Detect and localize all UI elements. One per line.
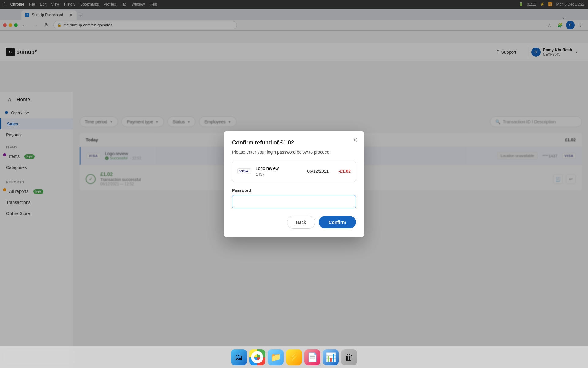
dock-keynote[interactable]: 📊 [323, 349, 339, 365]
modal-card-id: 1437 [256, 172, 279, 177]
modal-card-date: 06/12/2021 [307, 169, 329, 174]
modal-card-title: Logo review [256, 166, 279, 171]
modal-card-preview: VISA Logo review 1437 06/12/2021 -£1.02 [232, 161, 356, 182]
modal-overlay[interactable]: ✕ Confirm refund of £1.02 Please enter y… [0, 0, 588, 368]
dock-pages[interactable]: 📄 [304, 349, 320, 365]
dock-thunder[interactable]: ⚡ [286, 349, 302, 365]
password-label: Password [232, 188, 356, 193]
confirm-button[interactable]: Confirm [319, 216, 356, 228]
modal-title: Confirm refund of £1.02 [232, 140, 356, 146]
dock-chrome[interactable] [249, 349, 265, 365]
modal-card-brand: VISA [237, 168, 251, 174]
dock-finder[interactable]: 🗂 [231, 349, 247, 365]
modal-card-info: Logo review 1437 [256, 166, 279, 177]
back-button[interactable]: Back [287, 216, 315, 229]
modal-actions: Back Confirm [232, 216, 356, 229]
dock-folder[interactable]: 📁 [268, 349, 284, 365]
modal-card-amount: -£1.02 [338, 169, 351, 174]
dock: 🗂 📁 ⚡ 📄 📊 🗑 [0, 346, 588, 368]
modal-subtitle: Please enter your login password below t… [232, 150, 356, 155]
password-input[interactable] [232, 195, 356, 208]
modal-close-button[interactable]: ✕ [351, 136, 360, 144]
confirm-refund-modal: ✕ Confirm refund of £1.02 Please enter y… [224, 131, 364, 237]
dock-trash[interactable]: 🗑 [341, 349, 357, 365]
